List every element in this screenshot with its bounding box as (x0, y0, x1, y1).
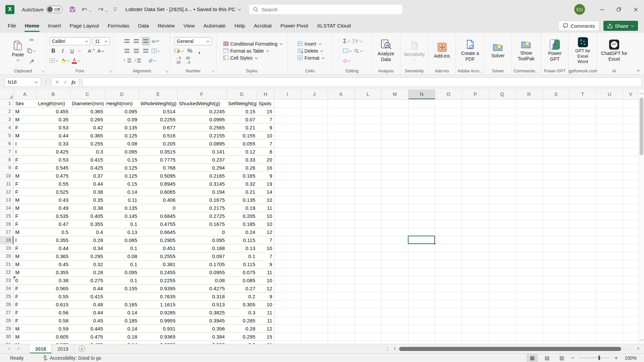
cell-V18[interactable] (623, 236, 638, 244)
cell-M11[interactable] (381, 180, 408, 188)
cell-T22[interactable] (569, 268, 596, 276)
cell-N11[interactable] (408, 180, 435, 188)
cell-T9[interactable] (569, 164, 596, 172)
cell-J5[interactable] (301, 131, 328, 139)
cell-F4[interactable]: 0.2565 (177, 123, 226, 131)
cell-S15[interactable] (542, 212, 569, 220)
next-sheet-icon[interactable] (16, 347, 19, 350)
copy-button[interactable] (27, 47, 36, 55)
cell-O17[interactable] (435, 228, 462, 236)
cell-C6[interactable]: 0.255 (70, 139, 105, 147)
chatgpt-for-excel-button[interactable]: GPT ChatGPT for Excel (598, 39, 630, 63)
cell-I26[interactable] (274, 300, 301, 308)
menu-tab-help[interactable]: Help (230, 19, 250, 33)
cell-O20[interactable] (435, 252, 462, 260)
cell-U2[interactable] (596, 107, 623, 115)
cell-E10[interactable]: 0.5095 (139, 172, 177, 180)
cell-U29[interactable] (596, 324, 623, 333)
cell-O31[interactable] (435, 341, 462, 344)
cell-L12[interactable] (355, 188, 381, 196)
cell-P27[interactable] (462, 308, 489, 316)
cell-A2[interactable]: M (13, 107, 36, 115)
cell-L17[interactable] (355, 228, 381, 236)
cell-U7[interactable] (596, 147, 623, 156)
cell-L31[interactable] (355, 341, 381, 344)
cell-T16[interactable] (569, 220, 596, 228)
cell-F12[interactable]: 0.194 (177, 188, 226, 196)
menu-tab-file[interactable]: File (3, 19, 20, 33)
cell-O29[interactable] (435, 324, 462, 333)
cell-B11[interactable]: 0.55 (36, 180, 70, 188)
cell-P9[interactable] (462, 164, 489, 172)
column-header-J[interactable]: J (301, 89, 328, 99)
vertical-scroll-thumb[interactable] (640, 98, 643, 155)
cell-Q24[interactable] (489, 284, 516, 292)
cell-O3[interactable] (435, 115, 462, 123)
cell-B22[interactable]: 0.355 (36, 268, 70, 276)
show-toolpak-button[interactable]: Show ToolPak (513, 39, 539, 63)
cell-G12[interactable]: 0.21 (226, 188, 257, 196)
cell-H16[interactable]: 10 (257, 220, 274, 228)
cell-N1[interactable] (408, 99, 435, 107)
row-header-21[interactable]: 21 (0, 260, 13, 268)
column-header-R[interactable]: R (516, 89, 542, 99)
cell-C23[interactable]: 0.275 (70, 276, 105, 284)
cell-M3[interactable] (381, 115, 408, 123)
cell-U17[interactable] (596, 228, 623, 236)
cell-K19[interactable] (328, 244, 355, 252)
cell-O18[interactable] (435, 236, 462, 244)
cell-L25[interactable] (355, 292, 381, 300)
cell-E8[interactable]: 0.7775 (139, 156, 177, 164)
cell-T26[interactable] (569, 300, 596, 308)
row-header-4[interactable]: 4 (0, 123, 13, 131)
cell-C13[interactable]: 0.35 (70, 196, 105, 204)
cell-C24[interactable]: 0.44 (70, 284, 105, 292)
cell-F20[interactable]: 0.097 (177, 252, 226, 260)
cell-G8[interactable]: 0.33 (226, 156, 257, 164)
cell-S21[interactable] (542, 260, 569, 268)
cell-L8[interactable] (355, 156, 381, 164)
autosave-toggle[interactable]: Off (46, 6, 62, 13)
cell-H11[interactable]: 19 (257, 180, 274, 188)
cell-K9[interactable] (328, 164, 355, 172)
cell-M18[interactable] (381, 236, 408, 244)
menu-tab-view[interactable]: View (179, 19, 199, 33)
cell-N4[interactable] (408, 123, 435, 131)
cell-C3[interactable]: 0.265 (70, 115, 105, 123)
cell-U11[interactable] (596, 180, 623, 188)
cell-L14[interactable] (355, 204, 381, 212)
cell-N28[interactable] (408, 316, 435, 324)
cell-T3[interactable] (569, 115, 596, 123)
cell-M29[interactable] (381, 324, 408, 333)
cell-I8[interactable] (274, 156, 301, 164)
cell-O2[interactable] (435, 107, 462, 115)
cell-H21[interactable]: 9 (257, 260, 274, 268)
cell-D3[interactable]: 0.09 (105, 115, 139, 123)
underline-button[interactable]: U (68, 47, 76, 55)
cell-T4[interactable] (569, 123, 596, 131)
cell-C31[interactable]: 0.425 (70, 341, 105, 344)
cell-G9[interactable]: 0.26 (226, 164, 257, 172)
cell-S4[interactable] (542, 123, 569, 131)
cell-A10[interactable]: M (13, 172, 36, 180)
cell-K6[interactable] (328, 139, 355, 147)
cell-E3[interactable]: 0.2255 (139, 115, 177, 123)
cell-R27[interactable] (516, 308, 542, 316)
align-center-button[interactable] (133, 47, 140, 55)
row-header-30[interactable]: 30 (0, 333, 13, 341)
search-box[interactable] (249, 4, 403, 15)
cell-T29[interactable] (569, 324, 596, 333)
cell-J15[interactable] (301, 212, 328, 220)
cell-K15[interactable] (328, 212, 355, 220)
percent-style-button[interactable]: % (186, 47, 194, 55)
cell-H2[interactable]: 15 (257, 107, 274, 115)
cell-N3[interactable] (408, 115, 435, 123)
cell-H30[interactable]: 15 (257, 333, 274, 341)
cell-B17[interactable]: 0.5 (36, 228, 70, 236)
cell-E4[interactable]: 0.677 (139, 123, 177, 131)
cell-N8[interactable] (408, 156, 435, 164)
column-header-I[interactable]: I (274, 89, 301, 99)
enter-formula-icon[interactable]: ✓ (63, 79, 68, 85)
cell-B6[interactable]: 0.33 (36, 139, 70, 147)
cell-U13[interactable] (596, 196, 623, 204)
